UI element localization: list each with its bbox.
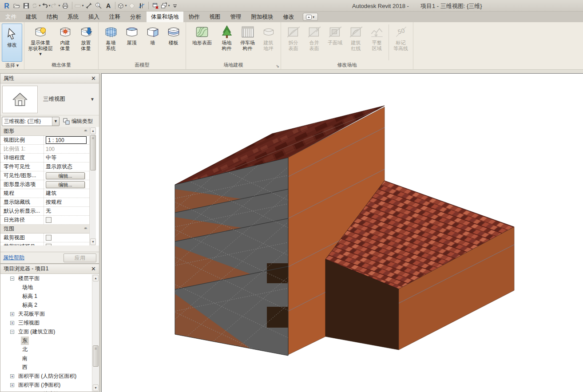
button-墙[interactable]: 墙: [142, 24, 163, 46]
button-屋顶[interactable]: 屋顶: [121, 24, 142, 46]
tab-管理[interactable]: 管理: [226, 12, 246, 22]
customize-qat-icon[interactable]: [170, 1, 180, 11]
button-标记等高线[interactable]: 50标记 等高线: [390, 24, 411, 51]
property-value[interactable]: [44, 235, 89, 241]
tree-item-标高 2[interactable]: 标高 2: [0, 301, 99, 309]
scroll-down-icon[interactable]: ▼: [93, 384, 99, 391]
tree-item-面积平面 (总建筑面积)[interactable]: +面积平面 (总建筑面积): [0, 389, 99, 392]
chevron-down-icon[interactable]: ▾: [48, 4, 50, 8]
tree-item-立面 (建筑立面)[interactable]: −立面 (建筑立面): [0, 327, 99, 336]
chevron-down-icon[interactable]: ▼: [52, 117, 59, 126]
expand-icon[interactable]: +: [10, 383, 14, 387]
thin-lines-icon[interactable]: [137, 1, 147, 11]
tree-item-场地[interactable]: 场地: [0, 283, 99, 292]
tree-item-北[interactable]: 北: [0, 345, 99, 354]
button-内建体量[interactable]: 内建 体量: [55, 24, 75, 51]
tab-协作[interactable]: 协作: [184, 12, 204, 22]
tree-item-天花板平面[interactable]: +天花板平面: [0, 309, 99, 318]
checkbox[interactable]: [46, 244, 52, 245]
button-建筑红线[interactable]: 建筑 红线: [345, 24, 366, 51]
synchronize-icon[interactable]: ▾: [31, 1, 41, 11]
button-显示体量形状和楼层[interactable]: 显示体量 形状和楼层 ▾: [26, 24, 55, 57]
properties-scrollbar[interactable]: ▲ ▼: [89, 127, 96, 245]
button-子面域[interactable]: 子面域: [325, 24, 345, 46]
tree-item-面积平面 (人防分区面积)[interactable]: +面积平面 (人防分区面积): [0, 372, 99, 380]
button-平整区域[interactable]: 平整 区域: [366, 24, 387, 51]
panel-expander-icon[interactable]: ⇘: [276, 63, 279, 70]
button-场地构件[interactable]: 场地 构件: [216, 24, 237, 51]
chevron-down-icon[interactable]: ▾: [125, 4, 127, 8]
button-放置体量[interactable]: 放置 体量: [75, 24, 96, 51]
tree-item-南[interactable]: 南: [0, 354, 99, 363]
tree-item-标高 1[interactable]: 标高 1: [0, 292, 99, 301]
browser-scrollbar[interactable]: ▲ ▼: [92, 274, 99, 392]
tab-注释[interactable]: 注释: [105, 12, 125, 22]
tree-item-面积平面 (净面积)[interactable]: +面积平面 (净面积): [0, 380, 99, 389]
collapse-icon[interactable]: −: [10, 330, 14, 334]
checkbox[interactable]: [46, 217, 52, 223]
type-selector[interactable]: 三维视图 ▼: [0, 83, 99, 115]
chevron-down-icon[interactable]: ▾: [82, 4, 83, 8]
tab-修改[interactable]: 修改: [279, 12, 299, 22]
tab-附加模块[interactable]: 附加模块: [247, 12, 278, 22]
tag-by-category-icon[interactable]: 1: [94, 1, 103, 11]
tree-item-楼层平面[interactable]: −楼层平面: [0, 274, 99, 283]
tree-item-东[interactable]: 东: [0, 336, 99, 345]
button-合并表面[interactable]: 合并 表面: [304, 24, 325, 51]
button-建筑地坪[interactable]: 建筑 地坪: [258, 24, 279, 51]
property-value[interactable]: [44, 217, 89, 223]
collapse-icon[interactable]: ^^: [84, 129, 86, 134]
section-header-范围[interactable]: 范围^^: [0, 225, 89, 234]
tab-建筑[interactable]: 建筑: [21, 12, 41, 22]
chevron-down-icon[interactable]: ▾: [168, 4, 170, 8]
scroll-up-icon[interactable]: ▲: [90, 127, 96, 134]
default-3d-view-icon[interactable]: ▾: [117, 1, 127, 11]
chevron-down-icon[interactable]: ▾: [58, 4, 60, 8]
value-editor[interactable]: 1 : 100: [46, 136, 87, 144]
tab-系统[interactable]: 系统: [63, 12, 83, 22]
property-value[interactable]: 编辑...: [44, 172, 89, 179]
checkbox[interactable]: [46, 235, 52, 241]
expand-icon[interactable]: +: [10, 312, 14, 316]
property-value[interactable]: 编辑...: [44, 181, 89, 188]
tree-item-三维视图[interactable]: +三维视图: [0, 318, 99, 327]
redo-icon[interactable]: ▾: [51, 1, 60, 11]
chevron-down-icon[interactable]: ▾: [39, 4, 40, 8]
edit-type-button[interactable]: 编辑类型: [63, 118, 93, 125]
scroll-up-icon[interactable]: ▲: [93, 275, 99, 281]
scrollbar-thumb[interactable]: [90, 135, 96, 170]
section-icon[interactable]: [127, 1, 137, 11]
measure-icon[interactable]: ▾: [74, 1, 84, 11]
tab-结构[interactable]: 结构: [42, 12, 62, 22]
view-selector-combo[interactable]: 三维视图: {三维} ▼: [2, 117, 59, 126]
edit-button[interactable]: 编辑...: [46, 172, 85, 179]
button-拆分表面[interactable]: 拆分 表面: [283, 24, 304, 51]
drawing-area[interactable]: [101, 73, 583, 392]
save-icon[interactable]: [21, 1, 31, 11]
close-icon[interactable]: ✕: [91, 76, 96, 81]
section-header-图形[interactable]: 图形^^: [0, 127, 89, 136]
expand-icon[interactable]: +: [10, 374, 14, 378]
button-停车场构件[interactable]: 停车场 构件: [237, 24, 258, 51]
collapse-icon[interactable]: −: [10, 277, 14, 281]
tab-分析[interactable]: 分析: [126, 12, 146, 22]
button-修改[interactable]: 修改: [2, 24, 22, 62]
expand-icon[interactable]: +: [10, 321, 14, 325]
close-icon[interactable]: ✕: [91, 266, 96, 272]
revit-logo-icon[interactable]: R: [2, 1, 12, 11]
scroll-down-icon[interactable]: ▼: [90, 238, 96, 245]
switch-windows-icon[interactable]: ▾: [160, 1, 170, 11]
tree-item-西[interactable]: 西: [0, 363, 99, 372]
button-楼板[interactable]: 楼板: [163, 24, 184, 46]
button-地形表面[interactable]: 地形表面: [188, 24, 216, 46]
aligned-dimension-icon[interactable]: [84, 1, 94, 11]
chevron-down-icon[interactable]: ▼: [90, 97, 97, 102]
apply-button[interactable]: 应用: [63, 253, 96, 262]
tab-视图[interactable]: 视图: [205, 12, 225, 22]
tab-文件[interactable]: 文件: [1, 12, 20, 22]
button-幕墙系统[interactable]: 幕墙 系统: [100, 24, 121, 51]
scrollbar-thumb[interactable]: [93, 345, 99, 367]
undo-icon[interactable]: ▾: [41, 1, 51, 11]
properties-help-link[interactable]: 属性帮助: [3, 254, 24, 261]
property-value[interactable]: 1 : 100: [44, 136, 89, 144]
